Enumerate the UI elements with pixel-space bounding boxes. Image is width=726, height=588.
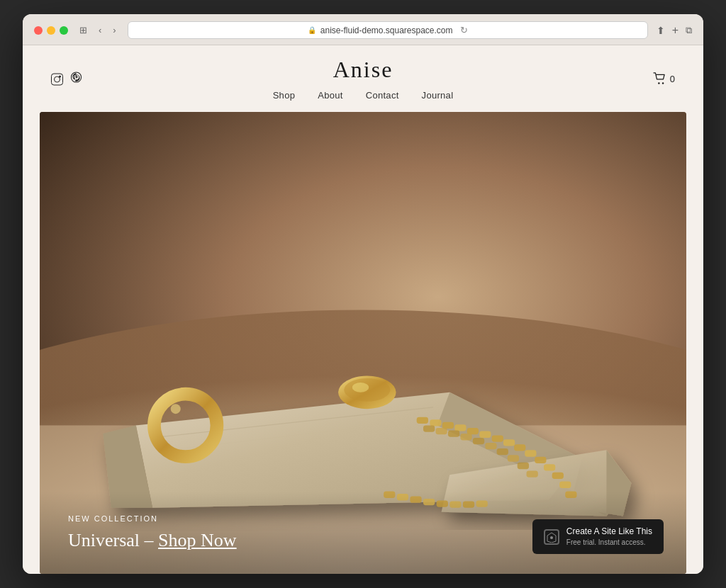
svg-rect-21 — [514, 444, 525, 451]
svg-rect-30 — [448, 430, 459, 436]
svg-point-2 — [662, 82, 664, 84]
social-icons — [51, 72, 82, 86]
traffic-lights — [34, 26, 68, 35]
tabs-button[interactable]: ⧉ — [686, 25, 692, 36]
new-tab-button[interactable]: + — [672, 24, 678, 37]
svg-rect-19 — [492, 435, 503, 441]
website-content: Anise 0 Shop About Contact Journal — [23, 45, 703, 574]
svg-rect-35 — [508, 455, 519, 461]
instagram-icon — [51, 73, 63, 85]
svg-rect-22 — [525, 450, 536, 456]
svg-rect-16 — [454, 424, 466, 431]
cart-area[interactable]: 0 — [653, 72, 675, 85]
url-text: anise-fluid-demo.squarespace.com — [320, 26, 453, 35]
squarespace-logo — [544, 529, 559, 545]
svg-rect-28 — [423, 425, 435, 431]
browser-chrome: ⊞ ‹ › 🔒 anise-fluid-demo.squarespace.com… — [23, 14, 703, 45]
shop-now-button[interactable]: Shop Now — [158, 530, 237, 550]
refresh-icon[interactable]: ↻ — [460, 25, 468, 35]
instagram-link[interactable] — [51, 72, 63, 85]
svg-rect-31 — [460, 434, 471, 440]
nav-journal[interactable]: Journal — [422, 90, 454, 101]
svg-rect-26 — [559, 482, 571, 488]
badge-text: Create A Site Like This Free trial. Inst… — [566, 526, 652, 547]
cart-icon — [653, 72, 667, 85]
svg-rect-14 — [430, 419, 441, 426]
svg-rect-18 — [479, 431, 491, 438]
browser-controls: ⊞ ‹ › — [77, 23, 119, 37]
address-bar[interactable]: 🔒 anise-fluid-demo.squarespace.com ↻ — [128, 21, 648, 39]
nav-shop[interactable]: Shop — [273, 90, 296, 101]
svg-rect-34 — [497, 448, 508, 455]
svg-rect-23 — [535, 457, 546, 463]
svg-point-52 — [550, 536, 553, 539]
svg-rect-36 — [518, 463, 529, 469]
close-button[interactable] — [34, 26, 43, 35]
browser-actions: ⬆ + ⧉ — [657, 24, 692, 37]
site-header: Anise 0 Shop About Contact Journal — [23, 45, 703, 112]
hero-section: NEW COLLECTION Universal – Shop Now Crea… — [40, 112, 686, 574]
site-title: Anise — [333, 57, 393, 83]
pinterest-link[interactable] — [70, 72, 82, 86]
back-button[interactable]: ‹ — [96, 23, 104, 37]
squarespace-badge[interactable]: Create A Site Like This Free trial. Inst… — [532, 519, 664, 554]
fullscreen-button[interactable] — [60, 26, 68, 35]
nav-contact[interactable]: Contact — [366, 90, 399, 101]
svg-rect-20 — [503, 439, 515, 446]
minimize-button[interactable] — [47, 26, 55, 35]
badge-title: Create A Site Like This — [566, 526, 652, 538]
share-button[interactable]: ⬆ — [657, 25, 665, 36]
svg-rect-15 — [442, 422, 454, 429]
svg-rect-32 — [473, 438, 484, 444]
svg-rect-37 — [527, 470, 538, 477]
svg-rect-25 — [552, 473, 564, 479]
tagline-prefix: Universal – — [68, 530, 158, 550]
site-nav: Shop About Contact Journal — [273, 90, 454, 101]
svg-point-51 — [352, 383, 369, 392]
pinterest-icon — [70, 72, 82, 84]
svg-point-1 — [658, 82, 659, 84]
badge-subtitle: Free trial. Instant access. — [566, 538, 652, 547]
sidebar-toggle-button[interactable]: ⊞ — [77, 23, 90, 37]
browser-window: ⊞ ‹ › 🔒 anise-fluid-demo.squarespace.com… — [23, 14, 703, 574]
forward-button[interactable]: › — [110, 23, 118, 37]
svg-rect-17 — [467, 428, 479, 434]
svg-point-48 — [171, 404, 181, 414]
cart-count: 0 — [670, 74, 675, 84]
svg-rect-29 — [435, 428, 447, 434]
nav-about[interactable]: About — [318, 90, 342, 101]
svg-rect-24 — [544, 464, 555, 470]
svg-rect-13 — [417, 417, 428, 424]
lock-icon: 🔒 — [308, 26, 316, 34]
svg-rect-33 — [485, 443, 496, 449]
